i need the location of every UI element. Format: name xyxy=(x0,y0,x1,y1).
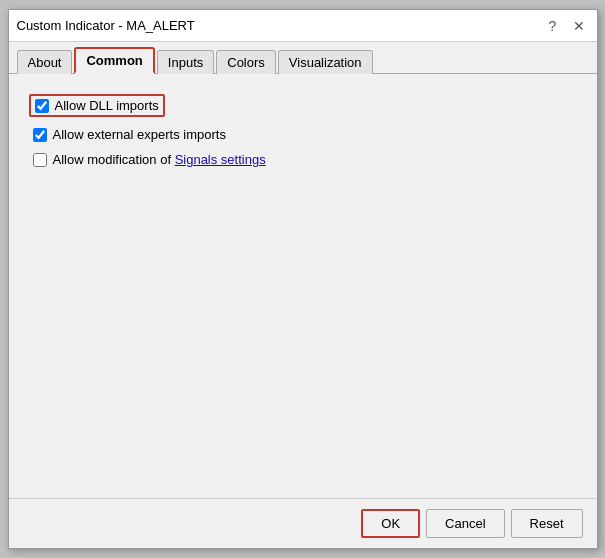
experts-imports-label[interactable]: Allow external experts imports xyxy=(53,127,226,142)
dll-imports-label[interactable]: Allow DLL imports xyxy=(55,98,159,113)
signals-row: Allow modification of Signals settings xyxy=(33,152,577,167)
footer: OK Cancel Reset xyxy=(9,498,597,548)
close-button[interactable]: ✕ xyxy=(569,16,589,36)
tab-about[interactable]: About xyxy=(17,50,73,74)
signals-link[interactable]: Signals settings xyxy=(175,152,266,167)
title-bar: Custom Indicator - MA_ALERT ? ✕ xyxy=(9,10,597,42)
experts-imports-checkbox[interactable] xyxy=(33,128,47,142)
dll-imports-checkbox[interactable] xyxy=(35,99,49,113)
ok-button[interactable]: OK xyxy=(361,509,420,538)
tab-colors[interactable]: Colors xyxy=(216,50,276,74)
main-window: Custom Indicator - MA_ALERT ? ✕ About Co… xyxy=(8,9,598,549)
help-button[interactable]: ? xyxy=(543,16,563,36)
cancel-button[interactable]: Cancel xyxy=(426,509,504,538)
signals-checkbox[interactable] xyxy=(33,153,47,167)
tab-common[interactable]: Common xyxy=(74,47,154,74)
window-title: Custom Indicator - MA_ALERT xyxy=(17,18,195,33)
content-area: Allow DLL imports Allow external experts… xyxy=(9,74,597,498)
tab-bar: About Common Inputs Colors Visualization xyxy=(9,42,597,74)
signals-label[interactable]: Allow modification of Signals settings xyxy=(53,152,266,167)
dll-imports-row: Allow DLL imports xyxy=(29,94,165,117)
tab-inputs[interactable]: Inputs xyxy=(157,50,214,74)
tab-visualization[interactable]: Visualization xyxy=(278,50,373,74)
title-controls: ? ✕ xyxy=(543,16,589,36)
experts-imports-row: Allow external experts imports xyxy=(33,127,577,142)
reset-button[interactable]: Reset xyxy=(511,509,583,538)
